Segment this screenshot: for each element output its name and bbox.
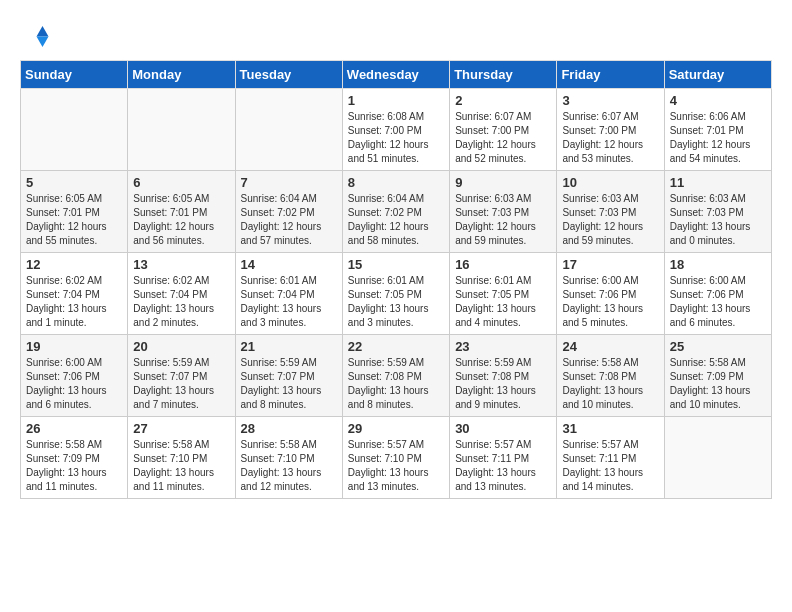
day-detail: Sunrise: 6:03 AM Sunset: 7:03 PM Dayligh…: [455, 192, 551, 248]
calendar-cell: 28Sunrise: 5:58 AM Sunset: 7:10 PM Dayli…: [235, 417, 342, 499]
calendar-cell: 19Sunrise: 6:00 AM Sunset: 7:06 PM Dayli…: [21, 335, 128, 417]
calendar-week-row: 26Sunrise: 5:58 AM Sunset: 7:09 PM Dayli…: [21, 417, 772, 499]
day-detail: Sunrise: 6:03 AM Sunset: 7:03 PM Dayligh…: [670, 192, 766, 248]
calendar-week-row: 19Sunrise: 6:00 AM Sunset: 7:06 PM Dayli…: [21, 335, 772, 417]
day-number: 11: [670, 175, 766, 190]
calendar-cell: 20Sunrise: 5:59 AM Sunset: 7:07 PM Dayli…: [128, 335, 235, 417]
day-number: 24: [562, 339, 658, 354]
day-number: 5: [26, 175, 122, 190]
day-number: 26: [26, 421, 122, 436]
calendar-cell: 13Sunrise: 6:02 AM Sunset: 7:04 PM Dayli…: [128, 253, 235, 335]
day-detail: Sunrise: 6:02 AM Sunset: 7:04 PM Dayligh…: [26, 274, 122, 330]
day-detail: Sunrise: 6:07 AM Sunset: 7:00 PM Dayligh…: [562, 110, 658, 166]
day-detail: Sunrise: 6:00 AM Sunset: 7:06 PM Dayligh…: [562, 274, 658, 330]
day-detail: Sunrise: 6:04 AM Sunset: 7:02 PM Dayligh…: [241, 192, 337, 248]
day-number: 17: [562, 257, 658, 272]
svg-marker-0: [37, 26, 49, 37]
svg-marker-1: [37, 37, 49, 48]
calendar-cell: 17Sunrise: 6:00 AM Sunset: 7:06 PM Dayli…: [557, 253, 664, 335]
day-number: 9: [455, 175, 551, 190]
day-detail: Sunrise: 5:57 AM Sunset: 7:11 PM Dayligh…: [455, 438, 551, 494]
day-detail: Sunrise: 6:01 AM Sunset: 7:05 PM Dayligh…: [455, 274, 551, 330]
day-number: 28: [241, 421, 337, 436]
day-detail: Sunrise: 5:59 AM Sunset: 7:07 PM Dayligh…: [241, 356, 337, 412]
day-number: 2: [455, 93, 551, 108]
weekday-header: Thursday: [450, 61, 557, 89]
weekday-header: Tuesday: [235, 61, 342, 89]
calendar-cell: 23Sunrise: 5:59 AM Sunset: 7:08 PM Dayli…: [450, 335, 557, 417]
day-number: 30: [455, 421, 551, 436]
logo: [20, 20, 54, 50]
calendar-cell: 2Sunrise: 6:07 AM Sunset: 7:00 PM Daylig…: [450, 89, 557, 171]
day-number: 14: [241, 257, 337, 272]
day-number: 4: [670, 93, 766, 108]
day-detail: Sunrise: 5:58 AM Sunset: 7:08 PM Dayligh…: [562, 356, 658, 412]
day-detail: Sunrise: 6:07 AM Sunset: 7:00 PM Dayligh…: [455, 110, 551, 166]
calendar-cell: 3Sunrise: 6:07 AM Sunset: 7:00 PM Daylig…: [557, 89, 664, 171]
weekday-header: Friday: [557, 61, 664, 89]
calendar-cell: 8Sunrise: 6:04 AM Sunset: 7:02 PM Daylig…: [342, 171, 449, 253]
day-detail: Sunrise: 6:06 AM Sunset: 7:01 PM Dayligh…: [670, 110, 766, 166]
day-detail: Sunrise: 5:59 AM Sunset: 7:08 PM Dayligh…: [455, 356, 551, 412]
calendar-cell: 30Sunrise: 5:57 AM Sunset: 7:11 PM Dayli…: [450, 417, 557, 499]
day-detail: Sunrise: 6:08 AM Sunset: 7:00 PM Dayligh…: [348, 110, 444, 166]
calendar-cell: 4Sunrise: 6:06 AM Sunset: 7:01 PM Daylig…: [664, 89, 771, 171]
day-detail: Sunrise: 6:01 AM Sunset: 7:04 PM Dayligh…: [241, 274, 337, 330]
calendar-cell: 11Sunrise: 6:03 AM Sunset: 7:03 PM Dayli…: [664, 171, 771, 253]
calendar-cell: 21Sunrise: 5:59 AM Sunset: 7:07 PM Dayli…: [235, 335, 342, 417]
day-detail: Sunrise: 5:57 AM Sunset: 7:10 PM Dayligh…: [348, 438, 444, 494]
day-detail: Sunrise: 6:01 AM Sunset: 7:05 PM Dayligh…: [348, 274, 444, 330]
day-number: 27: [133, 421, 229, 436]
calendar-cell: [21, 89, 128, 171]
calendar-cell: 25Sunrise: 5:58 AM Sunset: 7:09 PM Dayli…: [664, 335, 771, 417]
calendar-cell: 10Sunrise: 6:03 AM Sunset: 7:03 PM Dayli…: [557, 171, 664, 253]
calendar-cell: 15Sunrise: 6:01 AM Sunset: 7:05 PM Dayli…: [342, 253, 449, 335]
weekday-header: Saturday: [664, 61, 771, 89]
day-number: 7: [241, 175, 337, 190]
calendar-cell: 12Sunrise: 6:02 AM Sunset: 7:04 PM Dayli…: [21, 253, 128, 335]
calendar-cell: 29Sunrise: 5:57 AM Sunset: 7:10 PM Dayli…: [342, 417, 449, 499]
weekday-header: Sunday: [21, 61, 128, 89]
day-number: 15: [348, 257, 444, 272]
calendar-cell: [235, 89, 342, 171]
weekday-header-row: SundayMondayTuesdayWednesdayThursdayFrid…: [21, 61, 772, 89]
day-detail: Sunrise: 6:05 AM Sunset: 7:01 PM Dayligh…: [133, 192, 229, 248]
calendar-cell: 16Sunrise: 6:01 AM Sunset: 7:05 PM Dayli…: [450, 253, 557, 335]
weekday-header: Wednesday: [342, 61, 449, 89]
day-detail: Sunrise: 5:57 AM Sunset: 7:11 PM Dayligh…: [562, 438, 658, 494]
calendar-cell: 27Sunrise: 5:58 AM Sunset: 7:10 PM Dayli…: [128, 417, 235, 499]
calendar-cell: 6Sunrise: 6:05 AM Sunset: 7:01 PM Daylig…: [128, 171, 235, 253]
day-number: 21: [241, 339, 337, 354]
day-detail: Sunrise: 5:58 AM Sunset: 7:09 PM Dayligh…: [26, 438, 122, 494]
calendar-cell: 24Sunrise: 5:58 AM Sunset: 7:08 PM Dayli…: [557, 335, 664, 417]
day-number: 16: [455, 257, 551, 272]
day-number: 29: [348, 421, 444, 436]
day-detail: Sunrise: 6:00 AM Sunset: 7:06 PM Dayligh…: [26, 356, 122, 412]
calendar-cell: 26Sunrise: 5:58 AM Sunset: 7:09 PM Dayli…: [21, 417, 128, 499]
calendar-cell: [664, 417, 771, 499]
day-number: 10: [562, 175, 658, 190]
day-detail: Sunrise: 5:58 AM Sunset: 7:10 PM Dayligh…: [133, 438, 229, 494]
calendar-cell: 7Sunrise: 6:04 AM Sunset: 7:02 PM Daylig…: [235, 171, 342, 253]
day-detail: Sunrise: 6:03 AM Sunset: 7:03 PM Dayligh…: [562, 192, 658, 248]
day-detail: Sunrise: 6:05 AM Sunset: 7:01 PM Dayligh…: [26, 192, 122, 248]
day-number: 8: [348, 175, 444, 190]
weekday-header: Monday: [128, 61, 235, 89]
day-number: 31: [562, 421, 658, 436]
calendar-cell: 18Sunrise: 6:00 AM Sunset: 7:06 PM Dayli…: [664, 253, 771, 335]
calendar-cell: [128, 89, 235, 171]
day-detail: Sunrise: 5:58 AM Sunset: 7:10 PM Dayligh…: [241, 438, 337, 494]
calendar-cell: 5Sunrise: 6:05 AM Sunset: 7:01 PM Daylig…: [21, 171, 128, 253]
day-detail: Sunrise: 5:58 AM Sunset: 7:09 PM Dayligh…: [670, 356, 766, 412]
day-detail: Sunrise: 5:59 AM Sunset: 7:08 PM Dayligh…: [348, 356, 444, 412]
calendar-week-row: 12Sunrise: 6:02 AM Sunset: 7:04 PM Dayli…: [21, 253, 772, 335]
day-detail: Sunrise: 6:02 AM Sunset: 7:04 PM Dayligh…: [133, 274, 229, 330]
day-number: 19: [26, 339, 122, 354]
day-number: 12: [26, 257, 122, 272]
calendar-week-row: 5Sunrise: 6:05 AM Sunset: 7:01 PM Daylig…: [21, 171, 772, 253]
day-number: 13: [133, 257, 229, 272]
calendar-cell: 31Sunrise: 5:57 AM Sunset: 7:11 PM Dayli…: [557, 417, 664, 499]
day-number: 3: [562, 93, 658, 108]
calendar-cell: 9Sunrise: 6:03 AM Sunset: 7:03 PM Daylig…: [450, 171, 557, 253]
logo-icon: [20, 20, 50, 50]
